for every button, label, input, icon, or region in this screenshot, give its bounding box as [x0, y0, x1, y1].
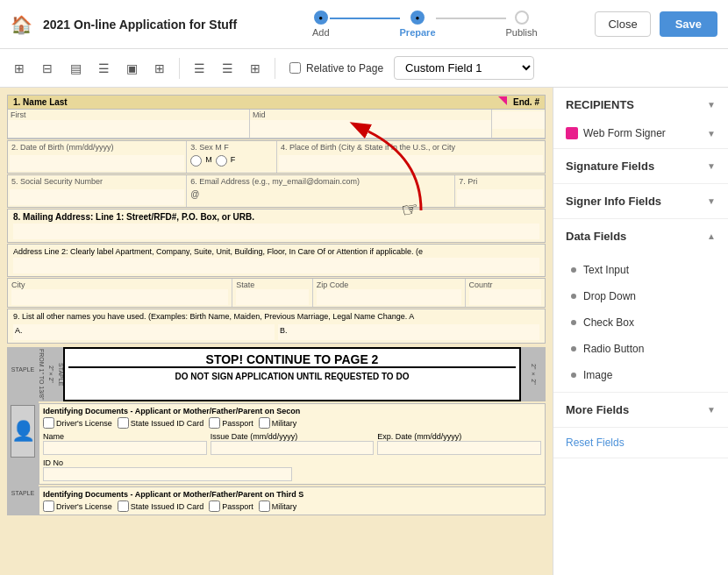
sex-label: 3. Sex M F — [187, 141, 276, 153]
relative-to-page-checkbox[interactable] — [289, 62, 301, 74]
step-add: ● Add — [312, 11, 330, 38]
first-input[interactable] — [8, 120, 249, 138]
main-area: ☞ 1. Name Last End. # First Mid — [0, 88, 728, 575]
id-cb2-2[interactable] — [118, 500, 129, 512]
id-cb-3[interactable] — [209, 417, 220, 429]
row8a-input[interactable] — [13, 224, 539, 239]
sex-f[interactable] — [216, 155, 227, 167]
pob-input[interactable] — [279, 155, 543, 171]
id-issue-cell: Issue Date (mm/dd/yyyy) — [211, 432, 375, 455]
email-hint: @ — [187, 188, 454, 201]
home-button[interactable]: 🏠 — [11, 14, 32, 35]
data-fields-chevron: ▲ — [707, 231, 716, 241]
id-exp-input[interactable] — [377, 441, 541, 455]
id-cb2-1-label: Driver's License — [56, 502, 112, 511]
toolbar-icon-2[interactable]: ⊟ — [35, 56, 60, 81]
toolbar-icon-8[interactable]: ☰ — [215, 56, 239, 81]
id-option-3[interactable]: Passport — [209, 417, 253, 429]
field-item-drop-down[interactable]: Drop Down — [553, 283, 728, 309]
id-checkboxes2: Driver's License State Issued ID Card Pa… — [43, 500, 541, 512]
field-item-radio-button[interactable]: Radio Button — [553, 336, 728, 362]
id-option2-2[interactable]: State Issued ID Card — [118, 500, 204, 512]
field-label-check-box: Check Box — [583, 316, 634, 329]
id-issue-input[interactable] — [211, 441, 375, 455]
signer-info-header[interactable]: Signer Info Fields ▼ — [553, 184, 728, 218]
toolbar-icon-7[interactable]: ☰ — [187, 56, 211, 81]
id-option2-1[interactable]: Driver's License — [43, 500, 112, 512]
toolbar-icon-4[interactable]: ☰ — [91, 56, 116, 81]
form-content: ☞ 1. Name Last End. # First Mid — [0, 88, 553, 575]
person-icon: 👤 — [11, 420, 35, 443]
row8b-input[interactable] — [13, 258, 539, 273]
id-cb-2[interactable] — [118, 417, 129, 429]
zip-cell: Zip Code — [313, 279, 466, 307]
close-button[interactable]: Close — [595, 11, 650, 37]
pri-label: 7. Pri — [455, 175, 545, 188]
toolbar-icon-3[interactable]: ▤ — [63, 56, 88, 81]
photo-box: 👤 — [11, 405, 35, 458]
toolbar-divider-2 — [275, 58, 275, 79]
ssn-input[interactable] — [10, 189, 184, 205]
id-cb2-1[interactable] — [43, 500, 54, 512]
id-cb2-2-label: State Issued ID Card — [131, 502, 204, 511]
id-option-2[interactable]: State Issued ID Card — [118, 417, 204, 429]
end-input[interactable] — [492, 111, 545, 129]
recipients-header[interactable]: RECIPIENTS ▼ — [553, 88, 728, 122]
state-input[interactable] — [236, 289, 308, 305]
field-mid: Mid — [250, 110, 492, 138]
stop-content: STAPLE 2"×2" FROM 1" TO 13/8" STOP! CONT… — [39, 347, 546, 515]
form-scroll[interactable]: ☞ 1. Name Last End. # First Mid — [0, 88, 553, 575]
dob-input[interactable] — [10, 155, 184, 171]
mid-input[interactable] — [250, 120, 491, 138]
form-row-8a: 8. Mailing Address: Line 1: Street/RFD#,… — [7, 209, 546, 243]
id-option-4[interactable]: Military — [259, 417, 297, 429]
row9-ab: A. B. — [13, 324, 539, 340]
id-option2-4[interactable]: Military — [259, 500, 297, 512]
name-fields-row: First Mid — [8, 110, 545, 138]
country-input[interactable] — [469, 289, 541, 305]
email-label: 6. Email Address (e.g., my_email@domain.… — [187, 175, 454, 188]
form-row-9: 9. List all other names you have used. (… — [7, 309, 546, 344]
id-option2-3[interactable]: Passport — [209, 500, 253, 512]
id-cb-1[interactable] — [43, 417, 54, 429]
city-input[interactable] — [11, 289, 228, 305]
id-cb2-3[interactable] — [209, 500, 220, 512]
reset-fields-link[interactable]: Reset Fields — [553, 428, 728, 458]
field-item-text-input[interactable]: Text Input — [553, 257, 728, 283]
staple-right: STAPLE 2"×2" FROM 1" TO 13/8" — [39, 347, 63, 401]
more-fields-title: More Fields — [566, 403, 629, 416]
pri-input[interactable] — [457, 189, 543, 205]
staple-right2: 2" × 2" — [521, 347, 546, 401]
toolbar-icon-5[interactable]: ▣ — [119, 56, 144, 81]
recipient-name: Web Form Signer — [583, 127, 702, 139]
pink-marker — [498, 96, 507, 105]
recipients-section: RECIPIENTS ▼ Web Form Signer ▼ — [553, 88, 728, 149]
step-add-circle: ● — [314, 11, 328, 25]
id-cb2-4[interactable] — [259, 500, 270, 512]
sex-m[interactable] — [190, 155, 202, 167]
id-cb-4[interactable] — [259, 417, 270, 429]
more-fields-header[interactable]: More Fields ▼ — [553, 393, 728, 427]
field-item-image[interactable]: Image — [553, 362, 728, 388]
save-button[interactable]: Save — [660, 11, 717, 37]
id-name-input[interactable] — [43, 441, 207, 455]
toolbar-icon-9[interactable]: ⊞ — [243, 56, 268, 81]
id-option-1[interactable]: Driver's License — [43, 417, 112, 429]
id-no-input[interactable] — [43, 467, 292, 481]
staple-r-dir: FROM 1" TO 13/8" — [39, 349, 45, 400]
sex-m-label: M — [205, 155, 212, 167]
data-fields-list: Text Input Drop Down Check Box Radio But… — [553, 253, 728, 392]
row8b-label: Address Line 2: Clearly label Apartment,… — [13, 247, 423, 256]
field-label-drop-down: Drop Down — [583, 290, 636, 302]
relative-to-page-label[interactable]: Relative to Page — [289, 62, 383, 75]
toolbar-icon-6[interactable]: ⊞ — [147, 56, 172, 81]
recipients-title: RECIPIENTS — [566, 98, 634, 111]
custom-field-select[interactable]: Custom Field 1 Custom Field 2 Custom Fie… — [394, 56, 534, 80]
state-cell: State — [232, 279, 312, 307]
stop-row: STAPLE 2"×2" FROM 1" TO 13/8" STOP! CONT… — [39, 347, 546, 401]
field-item-check-box[interactable]: Check Box — [553, 309, 728, 336]
signature-fields-header[interactable]: Signature Fields ▼ — [553, 149, 728, 183]
data-fields-header[interactable]: Data Fields ▲ — [553, 219, 728, 253]
toolbar-icon-1[interactable]: ⊞ — [7, 56, 32, 81]
zip-input[interactable] — [317, 289, 461, 305]
